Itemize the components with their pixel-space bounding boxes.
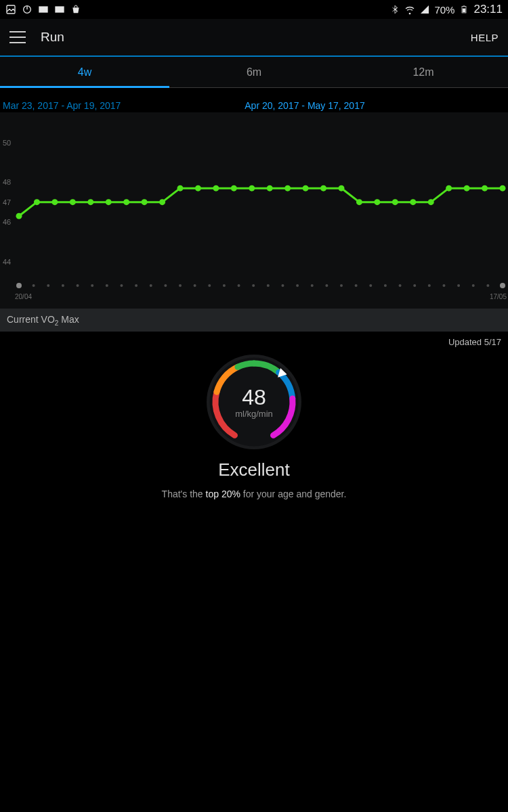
svg-point-61 <box>195 185 201 191</box>
svg-text:46: 46 <box>3 218 11 226</box>
battery-icon <box>459 4 469 15</box>
svg-point-26 <box>208 284 211 287</box>
svg-rect-4 <box>55 6 64 12</box>
svg-point-40 <box>413 284 416 287</box>
svg-point-15 <box>47 284 49 287</box>
svg-point-76 <box>464 185 470 191</box>
app-bar: Run HELP <box>0 19 508 57</box>
svg-point-38 <box>384 284 387 287</box>
svg-point-28 <box>238 284 240 287</box>
menu-icon[interactable] <box>9 31 26 43</box>
vo2-gauge: 48ml/kg/min <box>203 351 305 453</box>
svg-point-69 <box>339 185 345 191</box>
svg-point-56 <box>106 199 112 205</box>
range-tabs: 4w 6m 12m <box>0 57 508 88</box>
date-range-current[interactable]: Apr 20, 2017 - May 17, 2017 <box>203 100 406 111</box>
vo2-gauge-area: 48ml/kg/min Excellent That's the top 20%… <box>0 347 508 499</box>
svg-point-60 <box>177 185 184 191</box>
svg-rect-6 <box>463 6 465 7</box>
svg-point-31 <box>281 284 284 287</box>
svg-point-66 <box>284 185 291 191</box>
svg-point-73 <box>410 199 416 205</box>
svg-point-57 <box>123 199 129 205</box>
help-button[interactable]: HELP <box>471 32 499 43</box>
battery-percent: 70% <box>434 4 454 16</box>
svg-point-72 <box>392 199 398 205</box>
svg-point-44 <box>472 284 475 287</box>
page-title: Run <box>41 30 471 45</box>
svg-text:44: 44 <box>3 258 11 266</box>
signal-icon <box>419 4 430 15</box>
svg-point-52 <box>34 199 40 205</box>
svg-point-65 <box>267 185 273 191</box>
svg-point-43 <box>457 284 460 287</box>
svg-point-17 <box>77 284 79 287</box>
svg-point-62 <box>213 185 219 191</box>
mail-icon <box>54 4 65 15</box>
svg-point-24 <box>179 284 182 287</box>
store-icon <box>70 4 81 15</box>
svg-point-58 <box>142 199 148 205</box>
svg-point-22 <box>150 284 152 287</box>
svg-rect-3 <box>39 6 47 12</box>
svg-point-29 <box>252 284 255 287</box>
svg-point-75 <box>446 185 452 191</box>
svg-point-67 <box>303 185 309 191</box>
clock: 23:11 <box>473 3 503 16</box>
svg-point-64 <box>249 185 255 191</box>
svg-point-42 <box>442 284 445 287</box>
svg-text:48: 48 <box>242 385 266 409</box>
svg-point-32 <box>296 284 299 287</box>
power-icon <box>22 4 33 15</box>
svg-point-53 <box>51 199 58 205</box>
svg-point-37 <box>369 284 372 287</box>
svg-text:20/04: 20/04 <box>15 293 32 300</box>
svg-text:ml/kg/min: ml/kg/min <box>235 409 273 419</box>
svg-point-14 <box>33 284 35 287</box>
svg-point-54 <box>70 199 76 205</box>
svg-point-59 <box>159 199 165 205</box>
svg-point-39 <box>399 284 402 287</box>
svg-point-41 <box>428 284 431 287</box>
svg-point-27 <box>223 284 226 287</box>
svg-point-51 <box>16 213 22 219</box>
svg-point-21 <box>135 284 137 287</box>
svg-point-68 <box>320 185 326 191</box>
svg-text:17/05: 17/05 <box>490 293 507 300</box>
tab-4w[interactable]: 4w <box>0 57 169 87</box>
vo2-subtext: That's the top 20% for your age and gend… <box>162 489 347 499</box>
svg-point-34 <box>325 284 328 287</box>
svg-rect-7 <box>463 9 466 13</box>
svg-point-48 <box>500 283 505 288</box>
svg-point-70 <box>356 199 362 205</box>
svg-point-20 <box>120 284 123 287</box>
android-status-bar: 70% 23:11 <box>0 0 508 19</box>
date-range-prev[interactable]: Mar 23, 2017 - Apr 19, 2017 <box>0 100 203 111</box>
vo2max-chart[interactable]: 444647485020/0417/05 <box>0 112 508 309</box>
svg-point-47 <box>16 283 22 288</box>
svg-point-25 <box>194 284 196 287</box>
svg-point-45 <box>486 284 489 287</box>
vo2-rating: Excellent <box>218 459 290 480</box>
svg-point-30 <box>267 284 270 287</box>
svg-point-74 <box>428 199 434 205</box>
svg-point-71 <box>374 199 380 205</box>
vo2-header-label: Current VO2 Max <box>7 314 79 327</box>
svg-point-23 <box>164 284 167 287</box>
svg-point-19 <box>106 284 108 287</box>
tab-6m[interactable]: 6m <box>169 57 339 87</box>
date-range-row: Mar 23, 2017 - Apr 19, 2017 Apr 20, 2017… <box>0 88 508 112</box>
svg-point-18 <box>91 284 93 287</box>
svg-point-63 <box>231 185 237 191</box>
svg-point-77 <box>482 185 488 191</box>
vo2-header-bar: Current VO2 Max <box>0 309 508 332</box>
tab-12m[interactable]: 12m <box>339 57 508 87</box>
svg-point-55 <box>87 199 93 205</box>
svg-point-78 <box>500 185 506 191</box>
svg-point-16 <box>62 284 64 287</box>
svg-text:48: 48 <box>3 178 11 186</box>
mail-icon <box>38 4 49 15</box>
svg-point-36 <box>355 284 358 287</box>
wifi-icon <box>404 4 415 15</box>
updated-label: Updated 5/17 <box>0 332 508 347</box>
